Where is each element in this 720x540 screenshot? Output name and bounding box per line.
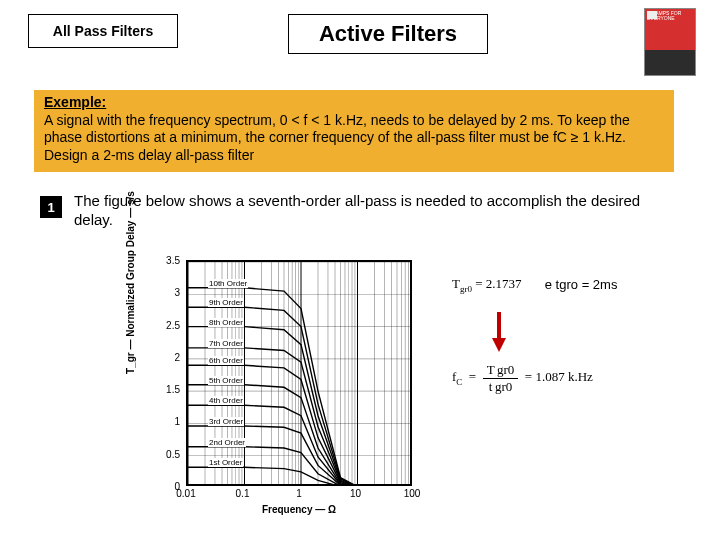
ytick: 2.5	[166, 319, 180, 330]
xtick: 10	[350, 488, 361, 499]
eq-fc-den: t gr0	[483, 379, 519, 395]
chart-ylabel: T_gr — Normalized Group Delay — s/s	[125, 191, 136, 374]
order-label: 6th Order	[208, 356, 244, 365]
step-badge: 1	[40, 196, 62, 218]
eq-tgr0-val: = 2.1737	[475, 276, 521, 291]
order-label: 7th Order	[208, 339, 244, 348]
eq-tgr0-sub: gr0	[460, 284, 472, 294]
eq-fc-num: T gr0	[483, 362, 519, 379]
equation-note: e tgro = 2ms	[545, 277, 618, 292]
ytick: 1	[174, 416, 180, 427]
chart-xlabel: Frequency — Ω	[186, 504, 412, 515]
xtick: 1	[296, 488, 302, 499]
eq-fc-sub: C	[456, 377, 462, 387]
example-text: A signal with the frequency spectrum, 0 …	[44, 112, 630, 163]
order-label: 1st Order	[208, 458, 243, 467]
down-arrow-icon	[492, 312, 506, 352]
ytick: 1.5	[166, 384, 180, 395]
order-label: 3rd Order	[208, 417, 244, 426]
order-label: 8th Order	[208, 318, 244, 327]
ytick: 2	[174, 351, 180, 362]
chart-svg	[188, 262, 412, 486]
equation-fc: fC = T gr0 t gr0 = 1.087 k.Hz	[452, 362, 692, 395]
eq-fc-val: = 1.087 k.Hz	[525, 369, 593, 384]
step-row: 1 The figure below shows a seventh-order…	[40, 192, 680, 230]
example-label: Exemple:	[44, 94, 106, 110]
order-label: 2nd Order	[208, 438, 246, 447]
step-text: The figure below shows a seventh-order a…	[74, 192, 680, 230]
eq-fc-frac: T gr0 t gr0	[483, 362, 519, 395]
eq-tgr0-sym: T	[452, 276, 460, 291]
chart: T_gr — Normalized Group Delay — s/s 00.5…	[140, 254, 440, 522]
xtick: 0.1	[236, 488, 250, 499]
example-box: Exemple: A signal with the frequency spe…	[34, 90, 674, 172]
header-row: All Pass Filters Active Filters	[28, 14, 696, 54]
ytick: 3.5	[166, 255, 180, 266]
chart-plot-area: 1st Order2nd Order3rd Order4th Order5th …	[186, 260, 412, 486]
ytick: 3	[174, 287, 180, 298]
order-label: 9th Order	[208, 298, 244, 307]
page-title: Active Filters	[288, 14, 488, 54]
equations: Tgr0 = 2.1737 e tgro = 2ms fC = T gr0 t …	[452, 276, 692, 413]
order-label: 10th Order	[208, 279, 248, 288]
order-label: 4th Order	[208, 396, 244, 405]
ytick: 0.5	[166, 448, 180, 459]
equation-tgr0: Tgr0 = 2.1737 e tgro = 2ms	[452, 276, 692, 294]
order-label: 5th Order	[208, 376, 244, 385]
xtick: 0.01	[176, 488, 195, 499]
book-tag-icon	[647, 11, 657, 19]
page-subtitle: All Pass Filters	[28, 14, 178, 48]
book-thumbnail: OP AMPS FOR EVERYONE	[644, 8, 696, 76]
xtick: 100	[404, 488, 421, 499]
chart-yticks: 00.511.522.533.5	[140, 254, 184, 492]
